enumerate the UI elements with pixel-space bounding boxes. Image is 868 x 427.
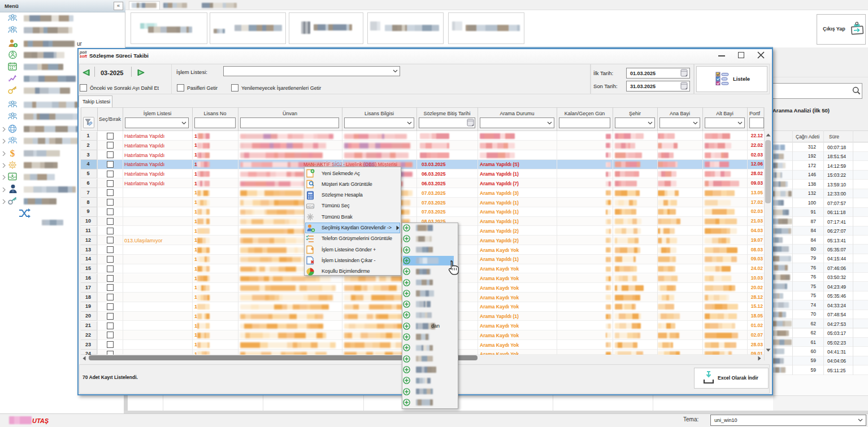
- svg-text:ADA: ADA: [307, 204, 314, 208]
- svg-text:$: $: [10, 148, 15, 158]
